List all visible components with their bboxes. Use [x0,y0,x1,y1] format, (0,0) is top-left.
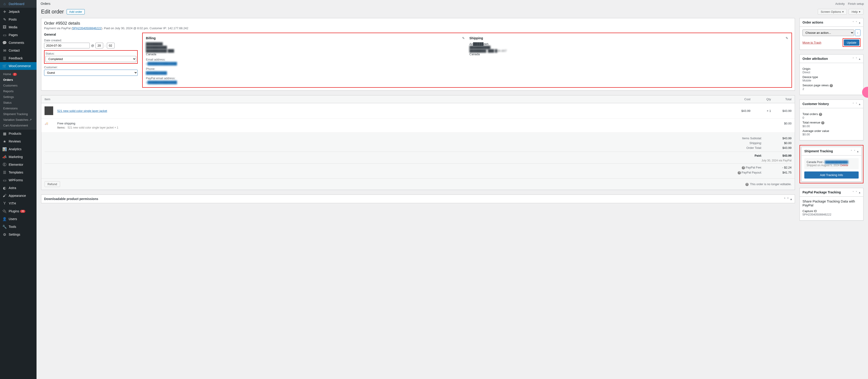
sidebar-item-astra[interactable]: ◐Astra [0,184,36,192]
billing-email-link[interactable]: o██████████████ [146,62,177,65]
menu-icon: ★ [2,139,7,144]
items-box: Item Cost Qty Total 521 new solid color … [41,95,795,190]
menu-icon: ▭ [2,33,7,37]
txn-link[interactable]: 5PH23540508846222 [72,27,101,30]
sidebar-subitem-variation-swatches[interactable]: Variation Swatches ↗ [0,117,36,123]
date-input[interactable] [44,43,90,49]
sidebar-item-tools[interactable]: 🔧Tools [0,223,36,230]
menu-icon: 📊 [2,147,7,151]
breadcrumb: Orders [41,2,51,5]
sidebar-item-wpforms[interactable]: ▭WPForms [0,176,36,184]
help-button[interactable]: Help▾ [848,9,863,14]
sidebar-item-plugins[interactable]: 🔌Plugins20 [0,207,36,215]
line-item: 521 new solid color single layer jacket … [41,103,795,119]
edit-shipping-icon[interactable]: ✎ [785,36,788,40]
sidebar-item-reviews[interactable]: ★Reviews [0,137,36,145]
sidebar-item-pages[interactable]: ▭Pages [0,31,36,39]
truck-icon: 🚚 [44,122,53,126]
menu-icon: ✉ [2,48,7,53]
general-heading: General [44,33,138,36]
sidebar-subitem-orders[interactable]: Orders [0,77,36,83]
chevron-up-icon[interactable]: ˄ [852,21,854,24]
order-subtext: Payment via PayPal (5PH23540508846222). … [44,27,792,30]
hour-input[interactable] [95,43,103,49]
sidebar-subitem-shipment-tracking[interactable]: Shipment Tracking [0,111,36,117]
menu-icon: 🔧 [2,224,7,229]
info-icon: ? [745,183,749,186]
minute-input[interactable] [107,43,115,49]
sidebar-subitem-reports[interactable]: Reports [0,88,36,94]
action-go-button[interactable]: › [855,29,861,36]
product-link[interactable]: 521 new solid color single layer jacket [57,109,107,113]
sidebar-subitem-customers[interactable]: Customers [0,83,36,88]
menu-icon: ✎ [2,17,7,22]
action-select[interactable]: Choose an action... [803,29,854,36]
sidebar-item-users[interactable]: 👤Users [0,215,36,223]
customer-select[interactable]: Guest [44,70,138,76]
help-icon[interactable]: ? [742,166,745,169]
product-thumb [44,106,53,115]
menu-icon: Y [2,201,7,206]
external-icon: ↗ [29,118,32,122]
sidebar-item-dashboard[interactable]: ⌂Dashboard [0,0,36,8]
add-order-button[interactable]: Add order [67,9,85,14]
paypal-tracking-box: PayPal Package Tracking˄˅▴ Share Package… [800,188,863,221]
sidebar-item-appearance[interactable]: 🖌Appearance [0,192,36,199]
chevron-down-icon: ˅ [787,197,789,201]
help-icon[interactable]: ? [821,121,825,124]
help-icon[interactable]: ? [830,84,833,87]
sidebar-item-templates[interactable]: ☰Templates [0,168,36,176]
sidebar-subitem-cart-abandonment[interactable]: Cart Abandonment [0,123,36,128]
admin-sidebar: ⌂Dashboard✈Jetpack✎Posts🖼Media▭Pages💬Com… [0,0,36,379]
count-badge: 20 [20,210,25,213]
sidebar-item-jetpack[interactable]: ✈Jetpack [0,8,36,15]
menu-icon: 🛒 [2,64,7,68]
chevron-up-icon: ˄ [784,197,785,201]
sidebar-item-woocommerce[interactable]: 🛒WooCommerce [0,62,36,70]
trash-link[interactable]: Move to Trash [803,41,821,44]
sidebar-item-settings[interactable]: ⚙Settings [0,230,36,239]
menu-icon: 💬 [2,40,7,45]
help-icon[interactable]: ? [819,113,822,116]
sidebar-item-contact[interactable]: ✉Contact [0,46,36,54]
menu-icon: 👤 [2,217,7,221]
tracking-number-link[interactable]: ████████████ [825,160,848,164]
downloadable-box[interactable]: Downloadable product permissions ˄˅▴ [41,194,795,203]
menu-icon: ⚙ [2,232,7,237]
topbar: Orders Activity Finish setup [36,0,868,7]
help-icon[interactable]: ? [738,171,741,175]
sidebar-item-yith[interactable]: YYITH [0,199,36,207]
edit-billing-icon[interactable]: ✎ [462,36,465,40]
refund-button[interactable]: Refund [44,181,60,187]
activity-link[interactable]: Activity [835,2,845,5]
sidebar-item-feedback[interactable]: ☰Feedback [0,54,36,62]
sidebar-item-media[interactable]: 🖼Media [0,23,36,31]
sidebar-subitem-extensions[interactable]: Extensions [0,105,36,111]
menu-icon: 🖼 [2,25,7,29]
menu-icon: 🔌 [2,209,7,214]
finish-setup-link[interactable]: Finish setup [848,2,864,5]
sidebar-item-products[interactable]: ▦Products [0,130,36,137]
sidebar-item-marketing[interactable]: 📣Marketing [0,153,36,161]
sidebar-subitem-home[interactable]: Home 2 [0,71,36,77]
status-select[interactable]: Completed [45,56,136,62]
screen-options-button[interactable]: Screen Options▾ [818,9,847,14]
tracking-delete-link[interactable]: Delete [840,164,848,167]
shipment-tracking-box: Shipment Tracking˄˅▴ Canada Post - █████… [801,147,862,182]
menu-icon: ⌂ [2,2,7,6]
add-tracking-button[interactable]: Add Tracking Info [804,171,859,179]
sidebar-subitem-settings[interactable]: Settings [0,94,36,100]
update-button[interactable]: Update [844,39,859,46]
sidebar-item-analytics[interactable]: 📊Analytics [0,145,36,153]
order-title: Order #9502 details [44,21,792,26]
billing-phone-link[interactable]: ██████████ [146,71,167,75]
sidebar-item-elementor[interactable]: ⒺElementor [0,161,36,168]
sidebar-subitem-status[interactable]: Status [0,100,36,105]
menu-icon: ▦ [2,131,7,136]
menu-icon: ✈ [2,9,7,14]
chevron-down-icon[interactable]: ˅ [856,21,857,24]
sidebar-item-posts[interactable]: ✎Posts [0,15,36,23]
sidebar-item-comments[interactable]: 💬Comments [0,39,36,46]
menu-icon: Ⓔ [2,162,7,167]
count-badge: 2 [13,73,17,76]
